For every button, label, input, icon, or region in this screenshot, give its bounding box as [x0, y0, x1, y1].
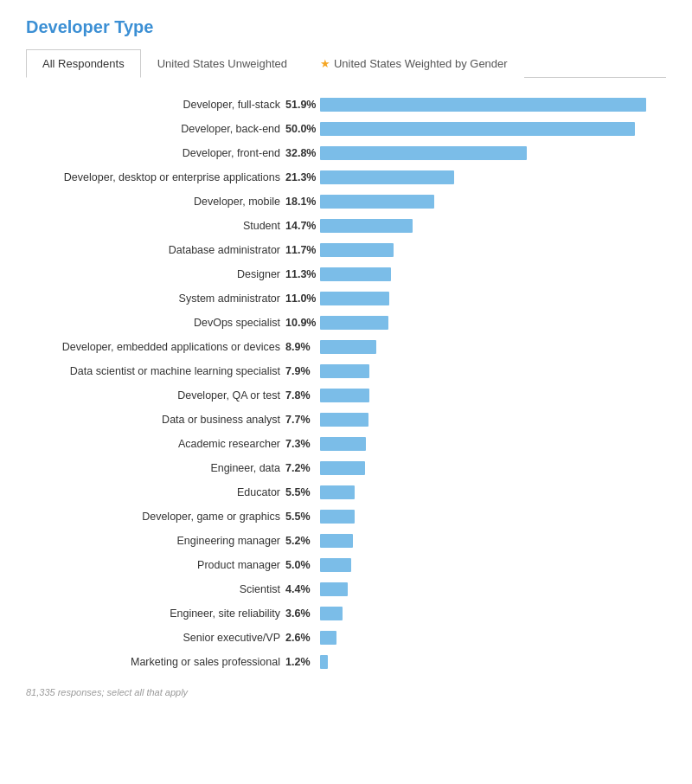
chart-row: Scientist4.4%	[26, 580, 666, 599]
row-label: Engineer, site reliability	[26, 607, 285, 620]
chart-row: Engineer, site reliability3.6%	[26, 604, 666, 623]
bar	[320, 122, 635, 136]
bar-container	[320, 655, 666, 669]
bar-container	[320, 292, 666, 305]
row-label: DevOps specialist	[26, 317, 285, 329]
bar	[320, 98, 646, 112]
chart-row: DevOps specialist10.9%	[26, 313, 666, 332]
bar	[320, 316, 388, 330]
row-label: Product manager	[26, 559, 285, 571]
bar-container	[320, 243, 666, 257]
chart-row: Developer, full-stack51.9%	[26, 95, 666, 114]
chart-row: Database administrator11.7%	[26, 241, 666, 260]
tab-us-weighted-gender[interactable]: ★United States Weighted by Gender	[304, 49, 524, 78]
row-label: Developer, mobile	[26, 196, 285, 208]
row-pct: 8.9%	[285, 341, 320, 353]
row-label: Student	[26, 220, 285, 232]
row-pct: 21.3%	[285, 171, 320, 183]
tab-all-respondents[interactable]: All Respondents	[26, 49, 141, 78]
row-pct: 7.8%	[285, 389, 320, 402]
chart-row: Developer, embedded applications or devi…	[26, 337, 666, 357]
bar-container	[320, 631, 666, 645]
chart-row: Product manager5.0%	[26, 556, 666, 575]
bar	[320, 582, 348, 596]
chart-row: Designer11.3%	[26, 265, 666, 284]
bar-container	[320, 510, 666, 524]
row-pct: 1.2%	[285, 656, 320, 668]
bar-container	[320, 219, 666, 233]
row-label: Engineering manager	[26, 535, 285, 547]
chart-row: Developer, front-end32.8%	[26, 144, 666, 163]
row-pct: 5.2%	[285, 535, 320, 547]
row-pct: 7.7%	[285, 414, 320, 426]
row-pct: 50.0%	[285, 123, 320, 135]
bar-container	[320, 195, 666, 209]
row-pct: 10.9%	[285, 317, 320, 329]
bar-container	[320, 582, 666, 596]
row-pct: 32.8%	[285, 147, 320, 159]
bar-container	[320, 316, 666, 330]
bar-container	[320, 607, 666, 620]
row-pct: 18.1%	[285, 196, 320, 208]
chart-row: Developer, mobile18.1%	[26, 192, 666, 211]
chart-row: Developer, back-end50.0%	[26, 119, 666, 138]
bar	[320, 219, 413, 233]
chart-row: Marketing or sales professional1.2%	[26, 652, 666, 672]
row-label: Database administrator	[26, 244, 285, 256]
bar	[320, 389, 369, 402]
row-pct: 5.5%	[285, 486, 320, 498]
row-pct: 7.3%	[285, 438, 320, 450]
bar	[320, 413, 368, 427]
row-label: Developer, embedded applications or devi…	[26, 341, 285, 353]
row-label: Marketing or sales professional	[26, 656, 285, 668]
row-label: Data or business analyst	[26, 414, 285, 426]
row-pct: 11.3%	[285, 268, 320, 280]
bar-container	[320, 364, 666, 378]
bar-container	[320, 461, 666, 475]
row-pct: 4.4%	[285, 583, 320, 595]
bar	[320, 292, 389, 305]
chart-row: Student14.7%	[26, 216, 666, 235]
row-pct: 14.7%	[285, 220, 320, 232]
row-pct: 11.0%	[285, 292, 320, 305]
chart-row: Developer, game or graphics5.5%	[26, 507, 666, 526]
row-label: Designer	[26, 268, 285, 280]
chart-row: Developer, QA or test7.8%	[26, 386, 666, 405]
bar	[320, 607, 343, 620]
bar	[320, 195, 434, 209]
row-pct: 5.5%	[285, 511, 320, 523]
bar-container	[320, 146, 666, 160]
chart-row: Data or business analyst7.7%	[26, 410, 666, 429]
tab-us-unweighted[interactable]: United States Unweighted	[141, 49, 304, 78]
row-label: Developer, QA or test	[26, 389, 285, 402]
row-label: Senior executive/VP	[26, 632, 285, 644]
bar-container	[320, 558, 666, 572]
bar	[320, 267, 391, 281]
row-label: Educator	[26, 486, 285, 498]
bar	[320, 558, 351, 572]
bar	[320, 146, 527, 160]
bar	[320, 510, 355, 524]
chart-row: Engineer, data7.2%	[26, 459, 666, 478]
star-icon: ★	[320, 57, 330, 70]
chart-row: Academic researcher7.3%	[26, 434, 666, 453]
chart-row: Data scientist or machine learning speci…	[26, 362, 666, 381]
chart-row: Educator5.5%	[26, 483, 666, 502]
bar	[320, 364, 369, 378]
bar	[320, 631, 336, 645]
row-label: Developer, back-end	[26, 123, 285, 135]
bar-container	[320, 413, 666, 427]
row-pct: 5.0%	[285, 559, 320, 571]
row-label: Developer, game or graphics	[26, 511, 285, 523]
bar	[320, 340, 376, 354]
row-pct: 3.6%	[285, 607, 320, 620]
page-title: Developer Type	[26, 17, 666, 37]
bar-container	[320, 389, 666, 402]
bar	[320, 655, 328, 669]
bar-container	[320, 485, 666, 499]
bar-container	[320, 122, 666, 136]
bar-container	[320, 340, 666, 354]
row-label: Developer, desktop or enterprise applica…	[26, 171, 285, 183]
bar-container	[320, 98, 666, 112]
row-pct: 11.7%	[285, 244, 320, 256]
